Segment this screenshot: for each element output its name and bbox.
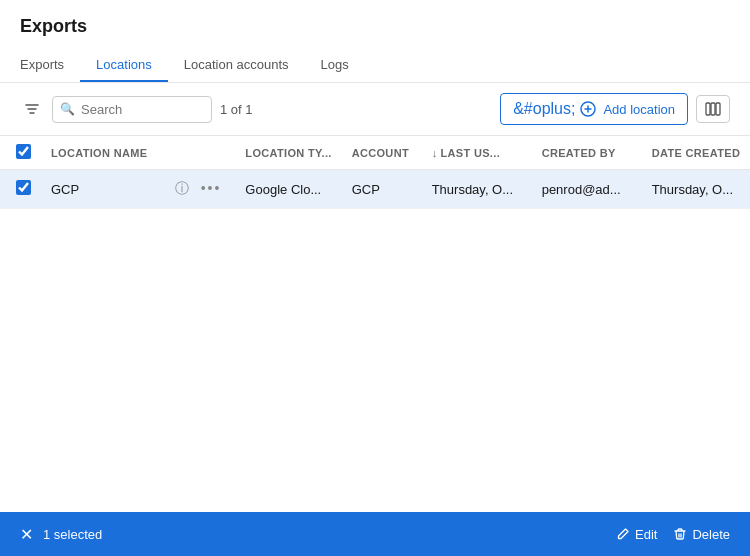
add-icon	[580, 101, 596, 117]
search-wrapper: 🔍	[52, 96, 212, 123]
locations-table: LOCATION NAME LOCATION TY... ACCOUNT ↓LA…	[0, 136, 750, 209]
row-checkbox-cell	[0, 170, 41, 209]
row-date-created: Thursday, O...	[642, 170, 750, 209]
filter-icon	[24, 101, 40, 117]
bottom-bar: ✕ 1 selected Edit Delete	[0, 512, 750, 556]
tab-exports[interactable]: Exports	[20, 49, 80, 82]
svg-rect-2	[711, 103, 715, 115]
col-header-last-used[interactable]: ↓LAST US...	[422, 136, 532, 170]
plus-icon: &#oplus;	[513, 100, 575, 118]
toolbar: 🔍 1 of 1 &#oplus; Add location	[0, 83, 750, 136]
tab-locations[interactable]: Locations	[80, 49, 168, 82]
delete-label: Delete	[692, 527, 730, 542]
row-type: Google Clo...	[235, 170, 341, 209]
col-header-created-by: CREATED BY	[532, 136, 642, 170]
col-header-type	[161, 136, 235, 170]
sort-icon: ↓	[432, 147, 438, 159]
page-title: Exports	[20, 16, 730, 37]
add-location-button[interactable]: &#oplus; Add location	[500, 93, 688, 125]
more-button[interactable]: •••	[197, 180, 226, 196]
deselect-button[interactable]: ✕	[20, 525, 33, 544]
col-header-type-label: LOCATION TY...	[235, 136, 341, 170]
col-header-date-created: DATE CREATED	[642, 136, 750, 170]
col-header-account: ACCOUNT	[342, 136, 422, 170]
add-location-label: Add location	[603, 102, 675, 117]
columns-button[interactable]	[696, 95, 730, 123]
filter-button[interactable]	[20, 97, 44, 121]
tab-location-accounts[interactable]: Location accounts	[168, 49, 305, 82]
info-button[interactable]: ⓘ	[171, 180, 193, 198]
row-checkbox[interactable]	[16, 180, 31, 195]
tabs: Exports Locations Location accounts Logs	[20, 49, 730, 82]
table-body: GCP ⓘ ••• Google Clo... GCP Thursday, O.…	[0, 170, 750, 209]
row-info-cell: ⓘ •••	[161, 170, 235, 209]
row-name: GCP	[41, 170, 161, 209]
trash-icon	[673, 527, 687, 541]
search-icon: 🔍	[60, 102, 75, 116]
col-header-name: LOCATION NAME	[41, 136, 161, 170]
edit-button[interactable]: Edit	[616, 527, 657, 542]
table-header-row: LOCATION NAME LOCATION TY... ACCOUNT ↓LA…	[0, 136, 750, 170]
delete-button[interactable]: Delete	[673, 527, 730, 542]
result-count: 1 of 1	[220, 102, 253, 117]
edit-label: Edit	[635, 527, 657, 542]
table-row: GCP ⓘ ••• Google Clo... GCP Thursday, O.…	[0, 170, 750, 209]
search-input[interactable]	[52, 96, 212, 123]
table-container: LOCATION NAME LOCATION TY... ACCOUNT ↓LA…	[0, 136, 750, 512]
row-account: GCP	[342, 170, 422, 209]
svg-rect-3	[716, 103, 720, 115]
header-checkbox-cell	[0, 136, 41, 170]
svg-rect-1	[706, 103, 710, 115]
row-last-used: Thursday, O...	[422, 170, 532, 209]
edit-icon	[616, 527, 630, 541]
page-wrapper: Exports Exports Locations Location accou…	[0, 0, 750, 556]
row-created-by: penrod@ad...	[532, 170, 642, 209]
selected-count: 1 selected	[43, 527, 616, 542]
tab-logs[interactable]: Logs	[305, 49, 365, 82]
select-all-checkbox[interactable]	[16, 144, 31, 159]
columns-icon	[705, 101, 721, 117]
page-header: Exports Exports Locations Location accou…	[0, 0, 750, 83]
